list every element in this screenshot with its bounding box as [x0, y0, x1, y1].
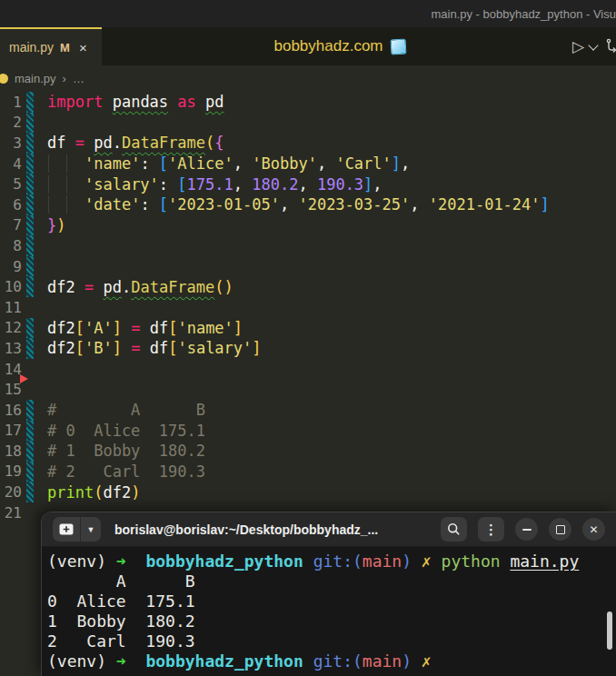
code-line[interactable]: 20print(df2) — [0, 482, 616, 502]
line-number: 3 — [0, 134, 22, 152]
code-line[interactable]: 12df2['A'] = df['name'] — [0, 318, 616, 339]
run-dropdown-chevron-icon[interactable] — [588, 40, 598, 50]
code-line[interactable]: 19# 2 Carl 190.3 — [0, 462, 616, 482]
code-line[interactable]: 18# 1 Bobby 180.2 — [0, 441, 616, 462]
code-text: }) — [47, 216, 616, 234]
code-text: # 2 Carl 190.3 — [47, 462, 616, 481]
terminal-menu-button[interactable]: ⋮ — [478, 517, 504, 542]
window-titlebar: main.py - bobbyhadz_python - Visu — [0, 0, 616, 27]
code-line[interactable]: 13df2['B'] = df['salary'] — [0, 338, 616, 359]
terminal-output[interactable]: (venv) ➜ bobbyhadz_python git:(main) ✗ p… — [42, 547, 616, 671]
minimize-icon — [522, 529, 532, 531]
code-line[interactable]: 8 — [0, 235, 616, 256]
code-line[interactable]: 6 'date': ['2023-01-05', '2023-03-25', '… — [0, 194, 616, 215]
code-line[interactable]: 15 — [0, 379, 616, 400]
gutter-spacer — [26, 502, 34, 523]
terminal-line: 0 Alice 175.1 — [47, 592, 616, 611]
line-number: 21 — [0, 504, 22, 522]
python-file-icon — [0, 74, 8, 84]
code-line[interactable]: 14 — [0, 359, 616, 380]
new-tab-icon[interactable] — [53, 517, 80, 542]
line-number: 7 — [0, 216, 22, 234]
terminal-header: ▼ borislav@borislav:~/Desktop/bobbyhadz_… — [42, 512, 616, 547]
code-text: # 1 Bobby 180.2 — [47, 442, 616, 460]
code-area[interactable]: 1import pandas as pd23df = pd.DataFrame(… — [0, 91, 616, 522]
run-python-file-icon[interactable]: ▷ — [572, 39, 584, 55]
maximize-button[interactable] — [549, 518, 571, 541]
code-text: df2['A'] = df['name'] — [47, 319, 616, 337]
terminal-scrollbar-thumb[interactable] — [607, 611, 612, 650]
window-title: main.py - bobbyhadz_python - Visu — [431, 7, 616, 21]
code-line[interactable]: 2 — [0, 113, 616, 134]
breadcrumb-more[interactable]: … — [73, 72, 84, 85]
code-line[interactable]: 5 'salary': [175.1, 180.2, 190.3], — [0, 174, 616, 194]
close-button[interactable]: ✕ — [582, 518, 605, 541]
tab-filename: main.py — [9, 40, 54, 55]
editor-tab-bar: main.py M × bobbyhadz.com ▷ — [0, 27, 616, 65]
new-tab-dropdown-icon[interactable]: ▼ — [81, 517, 101, 542]
line-number: 8 — [0, 237, 22, 254]
modified-gutter-indicator — [26, 482, 34, 502]
code-text: import pandas as pd — [47, 93, 616, 111]
line-number: 18 — [0, 442, 22, 460]
line-number: 17 — [0, 422, 22, 439]
code-text: # 0 Alice 175.1 — [47, 422, 616, 440]
line-number: 15 — [0, 381, 22, 398]
modified-gutter-indicator — [26, 215, 34, 236]
tab-main-py[interactable]: main.py M × — [0, 27, 102, 65]
center-title-text: bobbyhadz.com — [273, 37, 383, 55]
split-editor-icon[interactable] — [604, 37, 616, 55]
code-text: # A B — [47, 401, 616, 419]
terminal-line: 1 Bobby 180.2 — [47, 611, 616, 631]
breadcrumb: main.py › … — [0, 65, 616, 91]
modified-gutter-indicator — [26, 92, 34, 113]
code-text: 'name': ['Alice', 'Bobby', 'Carl'], — [47, 154, 616, 173]
code-line[interactable]: 1import pandas as pd — [0, 92, 616, 113]
modified-gutter-indicator — [26, 154, 34, 174]
terminal-line: 2 Carl 190.3 — [47, 631, 616, 651]
window-center-title: bobbyhadz.com — [136, 27, 543, 65]
terminal-window: ▼ borislav@borislav:~/Desktop/bobbyhadz_… — [41, 512, 616, 676]
line-number: 4 — [0, 155, 22, 173]
code-line[interactable]: 4 'name': ['Alice', 'Bobby', 'Carl'], — [0, 154, 616, 174]
terminal-new-tab-button[interactable]: ▼ — [53, 517, 101, 542]
ice-cube-emoji — [390, 38, 406, 55]
git-modified-badge: M — [60, 41, 70, 55]
terminal-line: (venv) ➜ bobbyhadz_python git:(main) ✗ p… — [47, 552, 616, 572]
code-line[interactable]: 9 — [0, 256, 616, 277]
line-number: 19 — [0, 462, 22, 480]
modified-gutter-indicator — [26, 421, 34, 442]
line-number: 12 — [0, 319, 22, 336]
line-number: 11 — [0, 299, 22, 316]
modified-gutter-indicator — [26, 235, 34, 256]
code-line[interactable]: 17# 0 Alice 175.1 — [0, 421, 616, 442]
code-line[interactable]: 16# A B — [0, 400, 616, 421]
modified-gutter-indicator — [26, 133, 34, 154]
modified-gutter-indicator — [26, 462, 34, 482]
modified-gutter-indicator — [26, 276, 34, 297]
line-number: 20 — [0, 483, 22, 501]
line-number: 6 — [0, 196, 22, 214]
vscode-window: main.py - bobbyhadz_python - Visu main.p… — [0, 0, 616, 676]
code-line[interactable]: 11 — [0, 297, 616, 318]
minimize-button[interactable] — [515, 518, 538, 541]
terminal-line: A B — [47, 572, 616, 592]
breadcrumb-file[interactable]: main.py — [15, 72, 56, 85]
modified-gutter-indicator — [26, 113, 34, 134]
modified-gutter-indicator — [26, 174, 34, 194]
terminal-title: borislav@borislav:~/Desktop/bobbyhadz_..… — [114, 522, 378, 537]
tab-close-icon[interactable]: × — [79, 40, 87, 55]
maximize-icon — [556, 525, 565, 534]
terminal-search-button[interactable] — [441, 517, 467, 542]
line-number: 2 — [0, 114, 22, 131]
code-line[interactable]: 7}) — [0, 215, 616, 236]
code-line[interactable]: 3df = pd.DataFrame({ — [0, 133, 616, 154]
modified-gutter-indicator — [26, 441, 34, 462]
code-text: df2['B'] = df['salary'] — [47, 339, 616, 357]
modified-gutter-indicator — [26, 194, 34, 215]
code-line[interactable]: 10df2 = pd.DataFrame() — [0, 276, 616, 297]
code-text: 'date': ['2023-01-05', '2023-03-25', '20… — [47, 195, 616, 214]
line-number: 1 — [0, 94, 22, 111]
deleted-lines-gutter-marker[interactable] — [20, 374, 28, 383]
modified-gutter-indicator — [26, 318, 34, 339]
